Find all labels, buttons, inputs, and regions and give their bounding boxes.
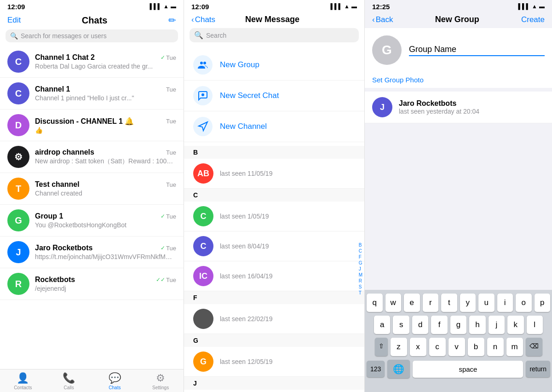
- return-key[interactable]: return: [526, 361, 550, 377]
- key-c[interactable]: c: [429, 338, 446, 356]
- tab-contacts[interactable]: 👤 Contacts: [0, 372, 46, 390]
- alpha-index[interactable]: B C F G J M R S T: [359, 146, 362, 392]
- chat-content: Test channel Tue Channel created: [35, 180, 176, 197]
- contact-ic[interactable]: IC last seen 16/04/19: [184, 261, 364, 291]
- tab-chats[interactable]: 💬 Chats: [92, 372, 138, 390]
- key-j[interactable]: j: [489, 316, 505, 334]
- section-header-c: C: [184, 189, 364, 202]
- key-f[interactable]: f: [431, 316, 447, 334]
- back-button-3[interactable]: ‹ Back: [372, 15, 393, 24]
- section-g: G G last seen 12/05/19: [184, 334, 364, 377]
- contact-g[interactable]: G last seen 12/05/19: [184, 347, 364, 377]
- wifi-icon: ▲: [163, 3, 169, 10]
- alpha-c[interactable]: C: [359, 248, 362, 254]
- key-o[interactable]: o: [516, 294, 532, 312]
- shift-key[interactable]: ⇧: [375, 338, 388, 356]
- section-b: B AB last seen 11/05/19: [184, 146, 364, 189]
- list-item[interactable]: ⚙ airdrop channels Tue New airdrop : Sat…: [0, 141, 184, 173]
- new-secret-item[interactable]: New Secret Chat: [184, 81, 364, 111]
- create-button[interactable]: Create: [521, 15, 545, 24]
- avatar: G: [7, 209, 29, 231]
- key-n[interactable]: n: [487, 338, 504, 356]
- key-k[interactable]: k: [507, 316, 523, 334]
- key-z[interactable]: z: [391, 338, 407, 356]
- chat-time: Tue: [166, 118, 176, 125]
- contact-c2[interactable]: C last seen 8/04/19: [184, 231, 364, 261]
- chat-preview: Channel 1 pinned "Hello I just cr...": [35, 94, 176, 102]
- new-group-label: New Group: [220, 60, 259, 69]
- alpha-f[interactable]: F: [359, 254, 362, 259]
- group-name-input[interactable]: [409, 45, 545, 56]
- member-jaro[interactable]: J Jaro Rocketbots last seen yesterday at…: [365, 92, 552, 123]
- chat-time: Tue: [166, 149, 176, 156]
- list-item[interactable]: D Discussion - CHANNEL 1 🔔 Tue 👍: [0, 110, 184, 141]
- edit-button[interactable]: Edit: [7, 16, 21, 25]
- chat-time: Tue: [166, 277, 176, 283]
- chat-meta: ✓✓ Tue: [156, 277, 176, 283]
- key-e[interactable]: e: [404, 294, 420, 312]
- check-mark: ✓: [161, 213, 165, 219]
- list-item[interactable]: G Group 1 ✓ Tue You @RocketbotsHongKongB…: [0, 205, 184, 236]
- set-photo-link[interactable]: Set Group Photo: [372, 76, 424, 84]
- key-g[interactable]: g: [450, 316, 466, 334]
- list-item[interactable]: C Channel 1 Tue Channel 1 pinned "Hello …: [0, 78, 184, 110]
- delete-key[interactable]: ⌫: [526, 338, 542, 356]
- compose-button[interactable]: ✏: [168, 15, 176, 26]
- key-b[interactable]: b: [468, 338, 484, 356]
- search-bar-2[interactable]: 🔍 Search: [190, 28, 359, 42]
- key-d[interactable]: d: [412, 316, 428, 334]
- chat-name: airdrop channels: [35, 148, 94, 156]
- alpha-s[interactable]: S: [359, 284, 362, 289]
- avatar: ⚙: [7, 146, 29, 168]
- key-l[interactable]: l: [527, 316, 543, 334]
- key-s[interactable]: s: [393, 316, 409, 334]
- key-m[interactable]: m: [506, 338, 523, 356]
- alpha-r[interactable]: R: [359, 278, 362, 283]
- contact-avatar-ic: IC: [193, 266, 213, 286]
- key-u[interactable]: u: [478, 294, 494, 312]
- new-channel-item[interactable]: New Channel: [184, 111, 364, 142]
- key-t[interactable]: t: [441, 294, 457, 312]
- key-w[interactable]: w: [385, 294, 402, 312]
- alpha-b[interactable]: B: [359, 242, 362, 248]
- search-placeholder-1: Search for messages or users: [21, 32, 107, 40]
- key-r[interactable]: r: [423, 294, 439, 312]
- alpha-g[interactable]: G: [359, 260, 362, 265]
- status-icons-2: ▌▌▌ ▲ ▬: [331, 3, 357, 10]
- back-to-chats-button[interactable]: ‹ Chats: [191, 15, 215, 24]
- key-v[interactable]: v: [448, 338, 465, 356]
- chats-tab-label: Chats: [109, 385, 121, 390]
- list-item[interactable]: T Test channel Tue Channel created: [0, 173, 184, 205]
- key-y[interactable]: y: [460, 294, 476, 312]
- contacts-label: Contacts: [14, 385, 32, 390]
- list-item[interactable]: R Rocketbots ✓✓ Tue /ejejenendj: [0, 268, 184, 300]
- group-avatar[interactable]: G: [372, 35, 402, 65]
- key-x[interactable]: x: [410, 338, 426, 356]
- chats-panel: 12:09 ▌▌▌ ▲ ▬ Edit Chats ✏ 🔍 Search for …: [0, 0, 184, 392]
- key-i[interactable]: i: [497, 294, 513, 312]
- tab-settings[interactable]: ⚙ Settings: [138, 372, 184, 390]
- tab-calls[interactable]: 📞 Calls: [46, 372, 92, 390]
- alpha-m[interactable]: M: [359, 272, 362, 277]
- contact-info-f: last seen 22/02/19: [220, 315, 355, 323]
- search-bar-1[interactable]: 🔍 Search for messages or users: [6, 29, 178, 42]
- avatar: R: [7, 273, 29, 295]
- list-item[interactable]: J Jaro Rocketbots ✓ Tue https://t.me/joi…: [0, 236, 184, 268]
- globe-key[interactable]: 🌐: [387, 360, 410, 378]
- key-a[interactable]: a: [374, 316, 390, 334]
- key-h[interactable]: h: [469, 316, 485, 334]
- space-key[interactable]: space: [413, 361, 523, 378]
- alpha-t[interactable]: T: [359, 290, 362, 295]
- contact-ab[interactable]: AB last seen 11/05/19: [184, 159, 364, 189]
- list-item[interactable]: C Channel 1 Chat 2 ✓ Tue Roberta Dal Lag…: [0, 46, 184, 78]
- chat-time: Tue: [166, 86, 176, 93]
- key-p[interactable]: p: [535, 294, 551, 312]
- contact-j[interactable]: J last seen yesterday at 20:04: [184, 390, 364, 392]
- numbers-key[interactable]: 123: [367, 361, 385, 377]
- contact-f[interactable]: last seen 22/02/19: [184, 304, 364, 334]
- new-group-item[interactable]: New Group: [184, 50, 364, 81]
- key-q[interactable]: q: [367, 294, 383, 312]
- set-photo-container: Set Group Photo: [365, 72, 552, 88]
- alpha-j[interactable]: J: [359, 266, 362, 271]
- contact-c1[interactable]: C last seen 1/05/19: [184, 202, 364, 231]
